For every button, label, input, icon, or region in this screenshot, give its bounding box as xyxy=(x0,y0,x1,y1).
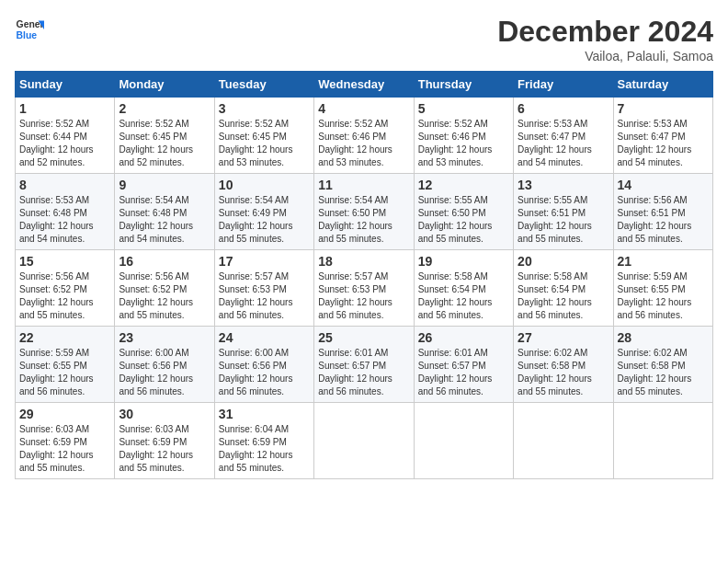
day-info: Sunrise: 5:53 AMSunset: 6:48 PMDaylight:… xyxy=(19,195,94,244)
page-header: General Blue December 2024 Vailoa, Palau… xyxy=(15,15,713,63)
svg-text:Blue: Blue xyxy=(17,30,38,40)
table-cell xyxy=(514,403,613,479)
table-cell: 7 Sunrise: 5:53 AMSunset: 6:47 PMDayligh… xyxy=(613,98,712,174)
col-wednesday: Wednesday xyxy=(314,72,414,98)
day-info: Sunrise: 6:01 AMSunset: 6:57 PMDaylight:… xyxy=(318,348,392,396)
month-title: December 2024 xyxy=(497,15,713,49)
location: Vailoa, Palauli, Samoa xyxy=(497,49,713,63)
day-number: 9 xyxy=(119,178,210,192)
day-info: Sunrise: 5:52 AMSunset: 6:44 PMDaylight:… xyxy=(19,119,94,167)
day-info: Sunrise: 5:53 AMSunset: 6:47 PMDaylight:… xyxy=(518,119,592,167)
day-info: Sunrise: 5:59 AMSunset: 6:55 PMDaylight:… xyxy=(618,271,692,320)
day-info: Sunrise: 5:58 AMSunset: 6:54 PMDaylight:… xyxy=(518,271,592,320)
day-number: 31 xyxy=(219,407,310,421)
day-number: 30 xyxy=(119,407,210,421)
col-monday: Monday xyxy=(115,72,214,98)
table-cell: 27 Sunrise: 6:02 AMSunset: 6:58 PMDaylig… xyxy=(514,327,613,403)
table-cell: 24 Sunrise: 6:00 AMSunset: 6:56 PMDaylig… xyxy=(214,327,313,403)
col-saturday: Saturday xyxy=(613,72,712,98)
day-info: Sunrise: 6:02 AMSunset: 6:58 PMDaylight:… xyxy=(518,348,592,396)
table-cell: 2 Sunrise: 5:52 AMSunset: 6:45 PMDayligh… xyxy=(115,98,214,174)
col-sunday: Sunday xyxy=(16,72,115,98)
table-cell xyxy=(314,403,414,479)
logo: General Blue xyxy=(15,15,44,44)
table-cell xyxy=(414,403,513,479)
table-cell: 16 Sunrise: 5:56 AMSunset: 6:52 PMDaylig… xyxy=(115,250,214,327)
day-info: Sunrise: 5:55 AMSunset: 6:51 PMDaylight:… xyxy=(518,195,592,244)
day-info: Sunrise: 6:03 AMSunset: 6:59 PMDaylight:… xyxy=(119,424,193,473)
table-cell: 15 Sunrise: 5:56 AMSunset: 6:52 PMDaylig… xyxy=(16,250,115,327)
day-number: 29 xyxy=(19,407,110,421)
day-info: Sunrise: 6:00 AMSunset: 6:56 PMDaylight:… xyxy=(219,348,293,396)
table-cell: 30 Sunrise: 6:03 AMSunset: 6:59 PMDaylig… xyxy=(115,403,214,479)
day-info: Sunrise: 5:56 AMSunset: 6:51 PMDaylight:… xyxy=(618,195,692,244)
table-row: 1 Sunrise: 5:52 AMSunset: 6:44 PMDayligh… xyxy=(16,98,713,174)
day-number: 24 xyxy=(219,330,310,345)
day-number: 27 xyxy=(518,330,609,345)
day-info: Sunrise: 5:52 AMSunset: 6:45 PMDaylight:… xyxy=(119,119,193,167)
day-number: 8 xyxy=(19,178,110,192)
table-cell: 23 Sunrise: 6:00 AMSunset: 6:56 PMDaylig… xyxy=(115,327,214,403)
col-friday: Friday xyxy=(514,72,613,98)
day-info: Sunrise: 6:00 AMSunset: 6:56 PMDaylight:… xyxy=(119,348,193,396)
table-cell: 29 Sunrise: 6:03 AMSunset: 6:59 PMDaylig… xyxy=(16,403,115,479)
day-number: 26 xyxy=(418,330,509,345)
table-cell: 14 Sunrise: 5:56 AMSunset: 6:51 PMDaylig… xyxy=(613,174,712,250)
table-cell: 5 Sunrise: 5:52 AMSunset: 6:46 PMDayligh… xyxy=(414,98,513,174)
day-info: Sunrise: 5:54 AMSunset: 6:49 PMDaylight:… xyxy=(219,195,293,244)
table-cell: 19 Sunrise: 5:58 AMSunset: 6:54 PMDaylig… xyxy=(414,250,513,327)
day-number: 4 xyxy=(318,101,409,116)
day-info: Sunrise: 5:52 AMSunset: 6:45 PMDaylight:… xyxy=(219,119,293,167)
day-info: Sunrise: 5:56 AMSunset: 6:52 PMDaylight:… xyxy=(19,271,94,320)
day-number: 1 xyxy=(19,101,110,116)
table-cell: 3 Sunrise: 5:52 AMSunset: 6:45 PMDayligh… xyxy=(214,98,313,174)
day-info: Sunrise: 5:58 AMSunset: 6:54 PMDaylight:… xyxy=(418,271,493,320)
table-cell: 12 Sunrise: 5:55 AMSunset: 6:50 PMDaylig… xyxy=(414,174,513,250)
table-row: 15 Sunrise: 5:56 AMSunset: 6:52 PMDaylig… xyxy=(16,250,713,327)
table-cell: 22 Sunrise: 5:59 AMSunset: 6:55 PMDaylig… xyxy=(16,327,115,403)
day-info: Sunrise: 5:57 AMSunset: 6:53 PMDaylight:… xyxy=(318,271,392,320)
day-info: Sunrise: 6:04 AMSunset: 6:59 PMDaylight:… xyxy=(219,424,293,473)
day-number: 17 xyxy=(219,254,310,269)
day-info: Sunrise: 5:57 AMSunset: 6:53 PMDaylight:… xyxy=(219,271,293,320)
table-cell: 21 Sunrise: 5:59 AMSunset: 6:55 PMDaylig… xyxy=(613,250,712,327)
day-info: Sunrise: 5:56 AMSunset: 6:52 PMDaylight:… xyxy=(119,271,193,320)
day-number: 14 xyxy=(618,178,709,192)
table-cell: 18 Sunrise: 5:57 AMSunset: 6:53 PMDaylig… xyxy=(314,250,414,327)
calendar-table: Sunday Monday Tuesday Wednesday Thursday… xyxy=(15,71,713,479)
day-info: Sunrise: 5:54 AMSunset: 6:50 PMDaylight:… xyxy=(318,195,392,244)
day-number: 10 xyxy=(219,178,310,192)
logo-icon: General Blue xyxy=(15,15,44,44)
table-cell: 11 Sunrise: 5:54 AMSunset: 6:50 PMDaylig… xyxy=(314,174,414,250)
day-info: Sunrise: 5:59 AMSunset: 6:55 PMDaylight:… xyxy=(19,348,94,396)
day-number: 2 xyxy=(119,101,210,116)
table-cell: 26 Sunrise: 6:01 AMSunset: 6:57 PMDaylig… xyxy=(414,327,513,403)
day-info: Sunrise: 6:01 AMSunset: 6:57 PMDaylight:… xyxy=(418,348,493,396)
day-number: 21 xyxy=(618,254,709,269)
day-info: Sunrise: 6:02 AMSunset: 6:58 PMDaylight:… xyxy=(618,348,692,396)
day-number: 20 xyxy=(518,254,609,269)
table-cell: 8 Sunrise: 5:53 AMSunset: 6:48 PMDayligh… xyxy=(16,174,115,250)
day-number: 18 xyxy=(318,254,409,269)
day-number: 22 xyxy=(19,330,110,345)
col-tuesday: Tuesday xyxy=(214,72,313,98)
day-info: Sunrise: 6:03 AMSunset: 6:59 PMDaylight:… xyxy=(19,424,94,473)
day-number: 11 xyxy=(318,178,409,192)
day-number: 25 xyxy=(318,330,409,345)
table-cell: 31 Sunrise: 6:04 AMSunset: 6:59 PMDaylig… xyxy=(214,403,313,479)
table-cell: 20 Sunrise: 5:58 AMSunset: 6:54 PMDaylig… xyxy=(514,250,613,327)
table-cell: 13 Sunrise: 5:55 AMSunset: 6:51 PMDaylig… xyxy=(514,174,613,250)
day-number: 16 xyxy=(119,254,210,269)
table-cell: 4 Sunrise: 5:52 AMSunset: 6:46 PMDayligh… xyxy=(314,98,414,174)
day-number: 28 xyxy=(618,330,709,345)
day-number: 3 xyxy=(219,101,310,116)
table-cell: 6 Sunrise: 5:53 AMSunset: 6:47 PMDayligh… xyxy=(514,98,613,174)
day-number: 13 xyxy=(518,178,609,192)
day-info: Sunrise: 5:52 AMSunset: 6:46 PMDaylight:… xyxy=(418,119,493,167)
day-info: Sunrise: 5:55 AMSunset: 6:50 PMDaylight:… xyxy=(418,195,493,244)
table-cell: 1 Sunrise: 5:52 AMSunset: 6:44 PMDayligh… xyxy=(16,98,115,174)
title-block: December 2024 Vailoa, Palauli, Samoa xyxy=(497,15,713,63)
day-number: 15 xyxy=(19,254,110,269)
table-row: 22 Sunrise: 5:59 AMSunset: 6:55 PMDaylig… xyxy=(16,327,713,403)
day-info: Sunrise: 5:53 AMSunset: 6:47 PMDaylight:… xyxy=(618,119,692,167)
